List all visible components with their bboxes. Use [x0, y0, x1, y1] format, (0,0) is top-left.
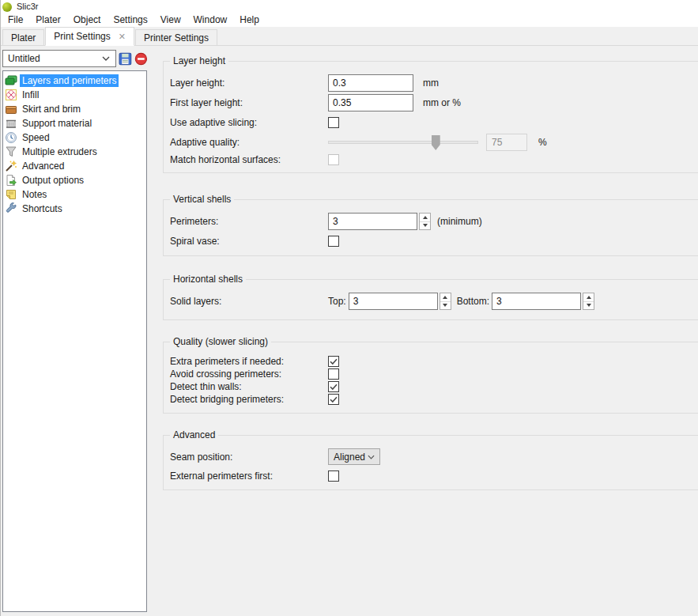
- skirt-icon: [5, 103, 17, 115]
- match-horizontal-surfaces-label: Match horizontal surfaces:: [170, 154, 328, 165]
- sidebar-item-advanced[interactable]: Advanced: [3, 159, 146, 173]
- extruders-icon: [5, 145, 17, 158]
- match-horizontal-surfaces-checkbox: [328, 154, 339, 165]
- spin-up-button[interactable]: [420, 214, 430, 222]
- perimeters-spinner[interactable]: [419, 213, 431, 230]
- layer-height-unit: mm: [423, 77, 439, 89]
- layer-height-label: Layer height:: [170, 77, 328, 89]
- tab-strip: Plater Print Settings ✕ Printer Settings: [1, 27, 698, 46]
- tab-print-settings[interactable]: Print Settings ✕: [45, 27, 134, 46]
- first-layer-height-label: First layer height:: [170, 97, 328, 108]
- spiral-vase-label: Spiral vase:: [170, 236, 328, 247]
- spiral-vase-checkbox[interactable]: [328, 236, 339, 247]
- use-adaptive-slicing-checkbox[interactable]: [328, 117, 339, 128]
- perimeters-input[interactable]: [328, 213, 417, 230]
- group-advanced: Advanced Seam position: Aligned External…: [163, 435, 698, 490]
- adaptive-quality-label: Adaptive quality:: [170, 137, 328, 148]
- perimeters-unit: (minimum): [437, 216, 482, 227]
- adaptive-quality-slider: [328, 141, 478, 144]
- detect-bridging-perimeters-label: Detect bridging perimeters:: [170, 394, 328, 405]
- menu-bar: File Plater Object Settings View Window …: [1, 12, 698, 27]
- detect-bridging-perimeters-checkbox[interactable]: [328, 394, 339, 405]
- preset-select[interactable]: Untitled: [2, 50, 116, 67]
- delete-preset-button[interactable]: [134, 52, 148, 66]
- extra-perimeters-checkbox[interactable]: [328, 356, 339, 367]
- notes-icon: [5, 188, 17, 201]
- solid-layers-bottom-input[interactable]: [492, 293, 581, 310]
- avoid-crossing-perimeters-label: Avoid crossing perimeters:: [170, 368, 328, 380]
- sidebar-item-output-options[interactable]: Output options: [3, 173, 146, 187]
- menu-view[interactable]: View: [154, 12, 187, 27]
- layer-height-input[interactable]: [328, 74, 413, 92]
- menu-object[interactable]: Object: [67, 12, 108, 27]
- settings-sidebar: Untitled: [1, 46, 148, 615]
- group-title: Horizontal shells: [170, 274, 246, 285]
- group-title: Vertical shells: [170, 194, 234, 205]
- chevron-down-icon: [368, 455, 375, 459]
- extra-perimeters-label: Extra perimeters if needed:: [170, 356, 328, 367]
- wrench-icon: [5, 202, 17, 215]
- top-label: Top:: [328, 296, 346, 307]
- detect-thin-walls-checkbox[interactable]: [328, 381, 339, 392]
- adaptive-quality-value-field: [486, 134, 527, 151]
- use-adaptive-slicing-label: Use adaptive slicing:: [170, 117, 328, 128]
- external-perimeters-first-checkbox[interactable]: [328, 471, 339, 482]
- external-perimeters-first-label: External perimeters first:: [170, 471, 328, 482]
- group-horizontal-shells: Horizontal shells Solid layers: Top: Bot…: [163, 279, 698, 320]
- tab-close-icon[interactable]: ✕: [119, 32, 126, 41]
- output-icon: [5, 174, 17, 187]
- support-icon: [5, 117, 17, 130]
- spin-down-button[interactable]: [583, 302, 594, 310]
- group-title: Layer height: [170, 55, 228, 66]
- chevron-down-icon: [102, 56, 110, 61]
- perimeters-label: Perimeters:: [170, 216, 328, 227]
- sidebar-item-layers-and-perimeters[interactable]: Layers and perimeters: [3, 74, 146, 88]
- title-bar: Slic3r: [1, 0, 698, 12]
- window-title: Slic3r: [17, 2, 39, 12]
- sidebar-item-speed[interactable]: Speed: [3, 130, 146, 145]
- tab-printer-settings[interactable]: Printer Settings: [135, 29, 217, 45]
- menu-window[interactable]: Window: [187, 12, 234, 27]
- detect-thin-walls-label: Detect thin walls:: [170, 381, 328, 392]
- menu-settings[interactable]: Settings: [107, 12, 153, 27]
- seam-position-label: Seam position:: [170, 452, 328, 463]
- group-title: Quality (slower slicing): [170, 336, 271, 347]
- sidebar-item-multiple-extruders[interactable]: Multiple extruders: [3, 145, 146, 159]
- solid-layers-bottom-spinner[interactable]: [583, 293, 594, 310]
- bottom-label: Bottom:: [457, 296, 489, 307]
- slic3r-logo-icon: [2, 2, 12, 12]
- sidebar-item-infill[interactable]: Infill: [3, 88, 146, 102]
- spin-down-button[interactable]: [440, 302, 451, 310]
- layers-icon: [5, 74, 17, 87]
- solid-layers-label: Solid layers:: [170, 296, 328, 307]
- group-vertical-shells: Vertical shells Perimeters: (minimum) Sp…: [163, 199, 698, 256]
- sidebar-item-notes[interactable]: Notes: [3, 187, 146, 202]
- group-layer-height: Layer height Layer height: mm First laye…: [163, 61, 698, 173]
- save-preset-button[interactable]: [119, 52, 132, 66]
- menu-help[interactable]: Help: [233, 12, 266, 27]
- seam-position-select[interactable]: Aligned: [328, 448, 380, 465]
- spin-up-button[interactable]: [583, 293, 594, 302]
- avoid-crossing-perimeters-checkbox[interactable]: [328, 368, 339, 380]
- spin-down-button[interactable]: [420, 222, 430, 230]
- solid-layers-top-spinner[interactable]: [440, 293, 451, 310]
- tab-plater[interactable]: Plater: [2, 29, 44, 45]
- print-settings-panel: Layer height Layer height: mm First laye…: [148, 46, 698, 615]
- sidebar-item-skirt-and-brim[interactable]: Skirt and brim: [3, 102, 146, 116]
- group-quality: Quality (slower slicing) Extra perimeter…: [163, 342, 698, 414]
- sidebar-item-support-material[interactable]: Support material: [3, 116, 146, 130]
- settings-category-list: Layers and perimeters Infill Skirt and b…: [2, 70, 147, 612]
- wand-icon: [5, 160, 17, 172]
- first-layer-height-unit: mm or %: [423, 97, 461, 108]
- infill-icon: [5, 89, 17, 101]
- group-title: Advanced: [170, 429, 218, 440]
- menu-plater[interactable]: Plater: [29, 12, 66, 27]
- speed-icon: [5, 131, 17, 144]
- solid-layers-top-input[interactable]: [349, 293, 438, 310]
- first-layer-height-input[interactable]: [328, 94, 413, 111]
- spin-up-button[interactable]: [440, 293, 451, 302]
- menu-file[interactable]: File: [2, 12, 29, 27]
- sidebar-item-shortcuts[interactable]: Shortcuts: [3, 202, 146, 216]
- adaptive-quality-unit: %: [538, 137, 547, 148]
- slider-thumb: [432, 135, 440, 150]
